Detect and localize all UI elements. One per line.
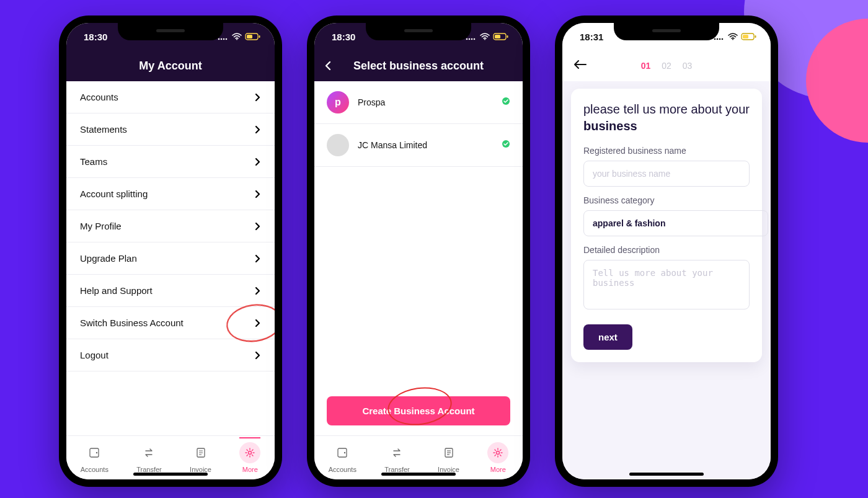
account-row-jcmansa[interactable]: JC Mansa Limited — [314, 124, 523, 167]
tab-label: More — [242, 466, 258, 473]
back-button[interactable] — [324, 61, 332, 71]
account-name: JC Mansa Limited — [358, 140, 427, 150]
menu-label: Logout — [80, 350, 108, 360]
tab-transfer[interactable]: Transfer — [384, 442, 410, 473]
menu-item-statements[interactable]: Statements — [66, 113, 275, 146]
menu-label: Upgrade Plan — [80, 253, 137, 264]
tab-more[interactable]: More — [239, 442, 260, 473]
device-notch — [118, 23, 223, 40]
chevron-right-icon — [255, 158, 261, 166]
chevron-right-icon — [255, 319, 261, 327]
phone-3: 18:31 01 02 03 please tell us mo — [555, 16, 778, 487]
svg-point-2 — [223, 38, 225, 40]
button-label: Create Business Account — [362, 406, 474, 416]
svg-point-3 — [226, 38, 228, 40]
menu-label: Accounts — [80, 92, 118, 102]
menu-item-my-profile[interactable]: My Profile — [66, 210, 275, 242]
accounts-icon — [84, 442, 105, 463]
content-area: Accounts Statements Teams Account splitt… — [66, 81, 275, 435]
device-notch — [614, 23, 719, 40]
business-name-input[interactable] — [583, 161, 750, 187]
svg-rect-6 — [259, 35, 260, 38]
svg-rect-7 — [247, 35, 252, 38]
wifi-icon — [480, 33, 490, 40]
step-indicator: 01 02 03 — [641, 61, 693, 71]
svg-point-0 — [218, 38, 220, 40]
title-bold: business — [583, 119, 637, 133]
label-description: Detailed description — [583, 245, 750, 255]
battery-icon — [493, 33, 509, 40]
battery-icon — [245, 33, 261, 40]
status-icons — [218, 33, 261, 40]
status-icons — [714, 33, 757, 40]
step-03: 03 — [683, 61, 693, 71]
svg-rect-22 — [495, 35, 500, 38]
avatar: p — [327, 91, 349, 113]
home-indicator — [381, 473, 456, 476]
account-row-prospa[interactable]: p Prospa — [314, 81, 523, 124]
home-indicator — [629, 473, 704, 476]
status-icons — [466, 33, 509, 40]
svg-point-36 — [732, 39, 733, 40]
menu-item-help-support[interactable]: Help and Support — [66, 275, 275, 307]
svg-point-31 — [497, 451, 500, 455]
description-input[interactable] — [583, 260, 750, 309]
menu-item-upgrade-plan[interactable]: Upgrade Plan — [66, 242, 275, 275]
tab-invoice[interactable]: Invoice — [190, 442, 211, 473]
svg-point-17 — [471, 38, 473, 40]
status-time: 18:31 — [580, 32, 603, 42]
avatar — [327, 134, 349, 156]
next-button[interactable]: next — [583, 324, 632, 350]
back-button[interactable] — [574, 60, 587, 72]
svg-point-19 — [484, 39, 485, 40]
menu-label: Statements — [80, 124, 127, 135]
status-time: 18:30 — [84, 32, 107, 42]
tab-accounts[interactable]: Accounts — [329, 442, 356, 473]
tab-more[interactable]: More — [487, 442, 508, 473]
menu-item-teams[interactable]: Teams — [66, 146, 275, 178]
phone-2: 18:30 Select business account p Prospa — [307, 16, 530, 487]
device-notch — [366, 23, 471, 40]
menu-item-accounts[interactable]: Accounts — [66, 81, 275, 113]
svg-rect-38 — [755, 35, 756, 38]
svg-point-18 — [474, 38, 476, 40]
select-value: apparel & fashion — [593, 218, 665, 228]
business-category-select[interactable]: apparel & fashion — [583, 210, 768, 236]
content-area: p Prospa JC Mansa Limited Create Busines… — [314, 81, 523, 435]
menu-list: Accounts Statements Teams Account splitt… — [66, 81, 275, 371]
wifi-icon — [232, 33, 242, 40]
create-business-account-button[interactable]: Create Business Account — [327, 396, 510, 425]
status-time: 18:30 — [332, 32, 355, 42]
tab-transfer[interactable]: Transfer — [136, 442, 162, 473]
home-indicator — [133, 473, 208, 476]
phone-1: 18:30 My Account Accounts Statements Tea… — [59, 16, 282, 487]
menu-item-logout[interactable]: Logout — [66, 339, 275, 371]
tab-label: Accounts — [329, 466, 356, 473]
chevron-right-icon — [255, 287, 261, 295]
chevron-right-icon — [255, 93, 261, 102]
account-name: Prospa — [358, 97, 385, 107]
svg-point-1 — [221, 38, 223, 40]
button-label: next — [598, 332, 618, 342]
nav-bar: My Account — [66, 50, 275, 81]
transfer-icon — [387, 442, 408, 463]
page-title: Select business account — [353, 60, 484, 73]
tab-invoice[interactable]: Invoice — [438, 442, 459, 473]
form-title: please tell us more about your business — [583, 101, 750, 135]
svg-point-15 — [466, 38, 468, 40]
chevron-right-icon — [255, 190, 261, 198]
menu-label: Account splitting — [80, 189, 148, 199]
menu-item-account-splitting[interactable]: Account splitting — [66, 178, 275, 210]
svg-point-9 — [96, 452, 97, 453]
svg-point-16 — [469, 38, 471, 40]
gear-icon — [239, 442, 260, 463]
tab-label: Accounts — [81, 466, 108, 473]
svg-point-33 — [717, 38, 719, 40]
menu-label: Help and Support — [80, 285, 153, 296]
tab-accounts[interactable]: Accounts — [81, 442, 108, 473]
menu-label: Teams — [80, 156, 107, 167]
step-01: 01 — [641, 61, 651, 71]
wifi-icon — [728, 33, 738, 40]
annotation-circle — [224, 301, 275, 345]
menu-item-switch-business[interactable]: Switch Business Account — [66, 307, 275, 339]
